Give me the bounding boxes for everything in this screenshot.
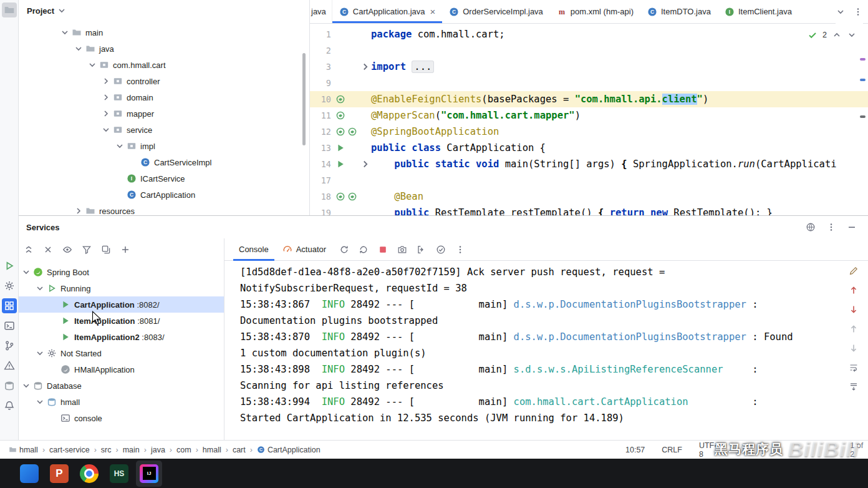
hide-icon[interactable] [847,222,857,232]
stop-icon[interactable] [378,245,388,255]
breadcrumb-item-cart-service[interactable]: cart-service [48,446,91,454]
breadcrumb-item-main[interactable]: main [122,446,141,454]
clear-icon[interactable] [43,245,53,255]
line-number[interactable]: 3 [310,62,331,72]
console-tab-actuator[interactable]: Actuator [277,238,332,261]
code-line-17[interactable]: 17 [310,172,868,188]
chevron-right-icon[interactable] [101,76,111,86]
chevron-down-icon[interactable] [35,397,45,407]
arrow-down-gray-icon[interactable] [849,343,859,353]
bean-icon[interactable] [347,127,357,137]
tool-button-git[interactable] [2,338,17,353]
code-line-9[interactable]: 9 [310,75,868,91]
line-number[interactable]: 12 [310,127,331,137]
tree-item-icartservice[interactable]: IICartService [19,170,309,187]
chevron-down-icon[interactable] [35,283,45,293]
console-tab-console[interactable]: Console [233,238,274,261]
tree-item-hmall[interactable]: hmall [19,394,224,410]
tree-item-mapper[interactable]: mapper [19,105,309,122]
new-group-icon[interactable] [101,245,111,255]
more-icon[interactable] [826,222,836,232]
tool-button-database[interactable] [2,378,17,393]
more-icon[interactable] [455,245,465,255]
chevron-down-icon[interactable] [21,267,31,277]
tree-item-resources[interactable]: resources [19,203,309,215]
tree-item-cartapplication[interactable]: CartApplication :8082/ [19,296,224,313]
project-view-selector[interactable]: Project [23,4,70,17]
run-icon[interactable] [335,159,345,169]
breadcrumb-item-hmall[interactable]: hmall [201,446,223,454]
bean-icon[interactable] [335,94,345,104]
code-line-12[interactable]: 12@SpringBootApplication [310,124,868,140]
chevron-down-icon[interactable] [21,381,31,391]
editor-tab-orderserviceimpl-java[interactable]: COrderServiceImpl.java [442,0,550,23]
tree-item-com-hmall-cart[interactable]: com.hmall.cart [19,57,309,73]
code-line-2[interactable]: 2 [310,42,868,59]
tree-item-service[interactable]: service [19,122,309,138]
code-line-3[interactable]: 3import ... [310,59,868,75]
breadcrumb-item-cartapplication[interactable]: CCartApplication [256,446,322,454]
check-circle-icon[interactable] [436,245,446,255]
chevron-right-icon[interactable] [74,206,84,215]
tree-item-database[interactable]: Database [19,378,224,394]
breadcrumb-item-cart[interactable]: cart [231,446,247,454]
soft-wrap-icon[interactable] [849,363,859,373]
tree-item-main[interactable]: main [19,24,309,41]
bean-icon[interactable] [335,110,345,120]
arrow-up-gray-icon[interactable] [849,324,859,334]
collapse-all-icon[interactable] [24,245,34,255]
tree-item-hmallapplication[interactable]: HMallApplication [19,361,224,378]
tool-button-project[interactable] [2,2,17,17]
breadcrumb-item-hmall[interactable]: hmall [7,446,39,454]
scroll-end-icon[interactable] [849,382,859,392]
inspections-widget[interactable]: 2 [805,29,859,41]
arrow-down-red-icon[interactable] [849,305,859,315]
export-icon[interactable] [417,245,427,255]
taskbar-app-intellij[interactable]: IJ [136,461,162,487]
caret-position[interactable]: 10:57 [625,446,645,454]
code-line-1[interactable]: 1package com.hmall.cart; [310,26,868,42]
camera-icon[interactable] [397,245,407,255]
tree-item-spring-boot[interactable]: Spring Boot [19,264,224,280]
hidden-tabs-icon[interactable] [836,7,846,17]
chevron-down-icon[interactable] [847,30,857,40]
tool-button-run[interactable] [2,258,17,273]
editor-tab-java[interactable]: java [310,0,332,23]
line-number[interactable]: 11 [310,110,331,120]
line-ending[interactable]: CRLF [662,446,682,454]
line-number[interactable]: 19 [310,208,331,215]
globe-icon[interactable] [806,222,816,232]
filter-icon[interactable] [82,245,92,255]
tree-item-console[interactable]: console [19,410,224,426]
tree-item-java[interactable]: java [19,41,309,57]
line-number[interactable]: 17 [310,175,331,185]
encoding[interactable]: UTF-8 [699,441,719,459]
line-number[interactable]: 9 [310,78,331,88]
chevron-right-icon[interactable] [101,109,111,119]
chevron-down-icon[interactable] [101,125,111,135]
run-icon[interactable] [335,143,345,153]
taskbar-app-powerpoint[interactable]: P [46,461,72,487]
line-number[interactable]: 14 [310,159,331,169]
taskbar-app-hs[interactable]: HS [106,461,132,487]
line-number[interactable]: 18 [310,192,331,202]
chevron-down-icon[interactable] [60,27,70,37]
tree-item-not-started[interactable]: Not Started [19,345,224,361]
eye-icon[interactable] [62,245,72,255]
breadcrumb-item-com[interactable]: com [175,446,193,454]
tree-item-impl[interactable]: impl [19,138,309,154]
code-line-18[interactable]: 18 @Bean [310,188,868,205]
editor-tab-itemclient-java[interactable]: IItemClient.java [718,0,799,23]
line-number[interactable]: 1 [310,29,331,39]
bean-icon[interactable] [347,192,357,202]
tree-item-cartapplication[interactable]: CCartApplication [19,187,309,203]
chevron-down-icon[interactable] [87,60,97,70]
tree-item-itemapplication2[interactable]: ItemApplication2 :8083/ [19,329,224,345]
code-area[interactable]: 1package com.hmall.cart;23import ...910@… [310,24,868,215]
chevron-down-icon[interactable] [35,348,45,358]
scrollbar-thumb[interactable] [302,53,306,145]
code-line-19[interactable]: 19 public RestTemplate restTemplate() { … [310,205,868,215]
chevron-up-icon[interactable] [832,30,842,40]
editor-tab-itemdto-java[interactable]: CItemDTO.java [640,0,718,23]
line-number[interactable]: 2 [310,46,331,56]
